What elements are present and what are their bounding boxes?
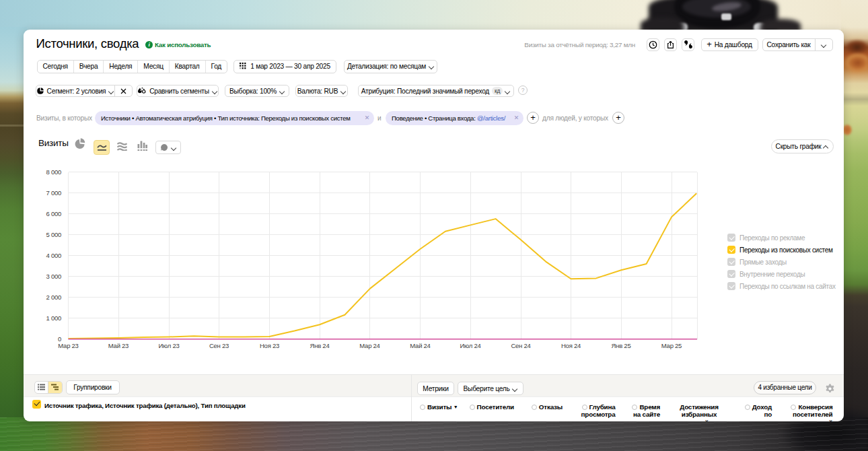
svg-text:Ноя 24: Ноя 24 (561, 342, 581, 349)
svg-text:Июл 24: Июл 24 (460, 342, 481, 349)
svg-text:5 000: 5 000 (46, 231, 61, 238)
svg-text:Ноя 23: Ноя 23 (260, 342, 279, 349)
svg-text:4 000: 4 000 (46, 252, 61, 259)
svg-text:Мар 23: Мар 23 (58, 342, 78, 349)
svg-text:Янв 24: Янв 24 (310, 342, 330, 349)
svg-text:1 000: 1 000 (46, 314, 61, 322)
svg-text:6 000: 6 000 (46, 210, 61, 217)
svg-text:Май 23: Май 23 (108, 342, 129, 349)
svg-text:Май 24: Май 24 (410, 342, 430, 349)
svg-text:3 000: 3 000 (46, 273, 61, 280)
svg-text:Мар 24: Мар 24 (359, 342, 379, 349)
svg-text:Сен 23: Сен 23 (209, 342, 229, 349)
svg-text:Сен 24: Сен 24 (511, 342, 530, 349)
svg-text:8 000: 8 000 (46, 168, 61, 176)
svg-text:7 000: 7 000 (46, 189, 61, 197)
svg-text:Мар 25: Мар 25 (661, 342, 682, 349)
svg-text:Янв 25: Янв 25 (612, 342, 631, 349)
svg-text:2 000: 2 000 (46, 293, 61, 301)
svg-text:Июл 23: Июл 23 (159, 342, 180, 349)
